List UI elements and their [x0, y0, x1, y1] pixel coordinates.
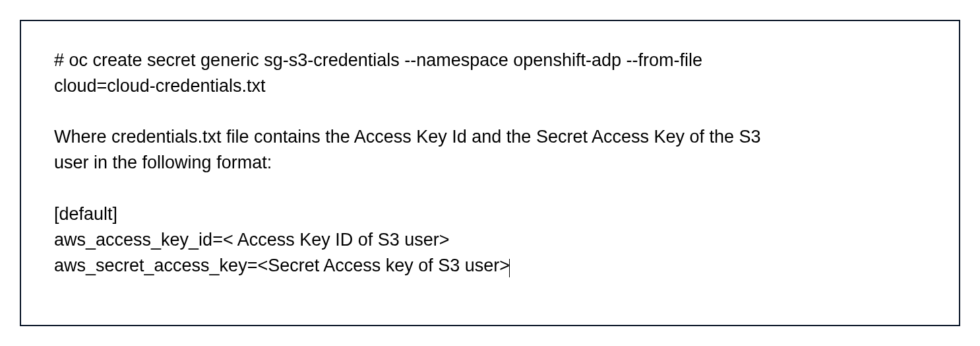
config-line-3-text: aws_secret_access_key=<Secret Access key… [54, 256, 510, 275]
config-line-2: aws_access_key_id=< Access Key ID of S3 … [54, 227, 926, 253]
document-content: # oc create secret generic sg-s3-credent… [54, 48, 926, 279]
text-cursor [509, 259, 510, 277]
config-line-3: aws_secret_access_key=<Secret Access key… [54, 253, 926, 279]
explain-line-2: user in the following format: [54, 150, 926, 176]
spacer [54, 176, 926, 201]
config-line-1: [default] [54, 201, 926, 227]
spacer [54, 99, 926, 124]
explain-line-1: Where credentials.txt file contains the … [54, 124, 926, 150]
command-line-2: cloud=cloud-credentials.txt [54, 73, 926, 99]
document-box: # oc create secret generic sg-s3-credent… [20, 20, 960, 326]
command-line-1: # oc create secret generic sg-s3-credent… [54, 48, 926, 73]
